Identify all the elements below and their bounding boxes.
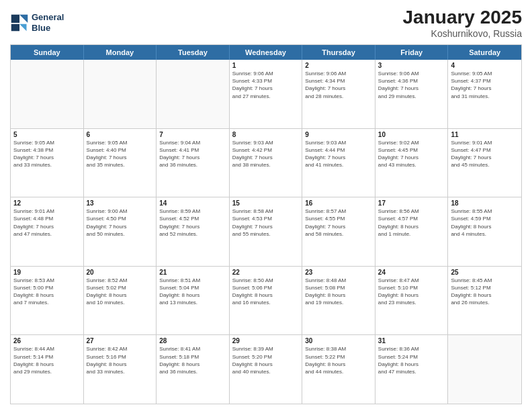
day-cell-2-5: 9Sunrise: 9:03 AM Sunset: 4:44 PM Daylig…	[302, 129, 375, 197]
day-info: Sunrise: 9:01 AM Sunset: 4:47 PM Dayligh…	[451, 139, 519, 169]
day-number: 16	[305, 199, 372, 207]
day-info: Sunrise: 8:48 AM Sunset: 5:08 PM Dayligh…	[305, 277, 372, 307]
day-cell-1-4: 1Sunrise: 9:06 AM Sunset: 4:33 PM Daylig…	[230, 60, 303, 128]
logo-icon	[10, 13, 29, 32]
week-row-3: 12Sunrise: 9:01 AM Sunset: 4:48 PM Dayli…	[11, 197, 521, 267]
calendar-body: 1Sunrise: 9:06 AM Sunset: 4:33 PM Daylig…	[11, 60, 521, 404]
day-cell-2-3: 7Sunrise: 9:04 AM Sunset: 4:41 PM Daylig…	[157, 129, 230, 197]
day-info: Sunrise: 9:04 AM Sunset: 4:41 PM Dayligh…	[159, 139, 226, 169]
day-cell-4-2: 20Sunrise: 8:52 AM Sunset: 5:02 PM Dayli…	[84, 267, 157, 335]
day-cell-5-1: 26Sunrise: 8:44 AM Sunset: 5:14 PM Dayli…	[11, 335, 84, 404]
calendar-subtitle: Koshurnikovo, Russia	[403, 28, 522, 39]
day-cell-1-6: 3Sunrise: 9:06 AM Sunset: 4:36 PM Daylig…	[375, 60, 449, 128]
day-number: 11	[451, 131, 519, 138]
day-header-thursday: Thursday	[302, 45, 375, 60]
logo-line2: Blue	[32, 23, 64, 34]
day-header-tuesday: Tuesday	[157, 45, 230, 60]
logo-line1: General	[32, 12, 64, 23]
day-cell-4-3: 21Sunrise: 8:51 AM Sunset: 5:04 PM Dayli…	[157, 267, 230, 335]
week-row-2: 5Sunrise: 9:05 AM Sunset: 4:38 PM Daylig…	[11, 129, 521, 198]
day-cell-3-5: 16Sunrise: 8:57 AM Sunset: 4:55 PM Dayli…	[302, 197, 375, 266]
day-cell-5-5: 30Sunrise: 8:38 AM Sunset: 5:22 PM Dayli…	[302, 335, 375, 404]
day-number: 3	[378, 62, 445, 69]
day-cell-4-7: 25Sunrise: 8:45 AM Sunset: 5:12 PM Dayli…	[448, 267, 521, 335]
day-info: Sunrise: 8:41 AM Sunset: 5:18 PM Dayligh…	[159, 345, 226, 375]
day-header-wednesday: Wednesday	[230, 45, 303, 60]
day-cell-1-2	[84, 60, 157, 128]
title-section: January 2025 Koshurnikovo, Russia	[403, 7, 522, 39]
day-cell-3-7: 18Sunrise: 8:55 AM Sunset: 4:59 PM Dayli…	[448, 197, 521, 266]
day-cell-5-2: 27Sunrise: 8:42 AM Sunset: 5:16 PM Dayli…	[84, 335, 157, 404]
day-cell-1-3	[157, 60, 230, 128]
day-number: 8	[232, 131, 300, 138]
day-header-monday: Monday	[84, 45, 157, 60]
day-number: 29	[232, 337, 300, 345]
day-number: 21	[159, 269, 226, 276]
day-cell-4-1: 19Sunrise: 8:53 AM Sunset: 5:00 PM Dayli…	[11, 267, 84, 335]
day-number: 31	[378, 337, 445, 345]
day-cell-2-2: 6Sunrise: 9:05 AM Sunset: 4:40 PM Daylig…	[84, 129, 157, 197]
day-number: 14	[159, 199, 226, 207]
day-info: Sunrise: 9:05 AM Sunset: 4:40 PM Dayligh…	[87, 139, 154, 169]
day-cell-2-1: 5Sunrise: 9:05 AM Sunset: 4:38 PM Daylig…	[11, 129, 84, 197]
day-info: Sunrise: 8:38 AM Sunset: 5:22 PM Dayligh…	[305, 345, 372, 375]
logo-text: General Blue	[32, 12, 64, 33]
day-cell-3-3: 14Sunrise: 8:59 AM Sunset: 4:52 PM Dayli…	[157, 197, 230, 266]
day-info: Sunrise: 8:52 AM Sunset: 5:02 PM Dayligh…	[87, 277, 154, 307]
day-info: Sunrise: 9:03 AM Sunset: 4:42 PM Dayligh…	[232, 139, 300, 169]
day-cell-2-4: 8Sunrise: 9:03 AM Sunset: 4:42 PM Daylig…	[230, 129, 303, 197]
day-number: 20	[87, 269, 154, 276]
calendar-title: January 2025	[403, 7, 522, 28]
day-info: Sunrise: 8:51 AM Sunset: 5:04 PM Dayligh…	[159, 277, 226, 307]
day-info: Sunrise: 8:47 AM Sunset: 5:10 PM Dayligh…	[378, 277, 445, 307]
day-info: Sunrise: 9:06 AM Sunset: 4:33 PM Dayligh…	[232, 70, 300, 100]
day-number: 4	[451, 62, 519, 69]
day-info: Sunrise: 9:05 AM Sunset: 4:38 PM Dayligh…	[13, 139, 81, 169]
day-cell-5-7	[448, 335, 521, 404]
day-cell-2-7: 11Sunrise: 9:01 AM Sunset: 4:47 PM Dayli…	[448, 129, 521, 197]
logo: General Blue	[10, 12, 64, 33]
day-cell-5-3: 28Sunrise: 8:41 AM Sunset: 5:18 PM Dayli…	[157, 335, 230, 404]
day-cell-3-6: 17Sunrise: 8:56 AM Sunset: 4:57 PM Dayli…	[375, 197, 449, 266]
day-info: Sunrise: 8:50 AM Sunset: 5:06 PM Dayligh…	[232, 277, 300, 307]
day-number: 27	[87, 337, 154, 345]
day-cell-4-6: 24Sunrise: 8:47 AM Sunset: 5:10 PM Dayli…	[375, 267, 449, 335]
day-cell-1-7: 4Sunrise: 9:05 AM Sunset: 4:37 PM Daylig…	[448, 60, 521, 128]
day-info: Sunrise: 9:01 AM Sunset: 4:48 PM Dayligh…	[13, 208, 81, 238]
day-number: 10	[378, 131, 445, 138]
day-number: 18	[451, 199, 519, 207]
day-info: Sunrise: 8:58 AM Sunset: 4:53 PM Dayligh…	[232, 208, 300, 238]
day-number: 7	[159, 131, 226, 138]
day-number: 25	[451, 269, 519, 276]
day-info: Sunrise: 9:06 AM Sunset: 4:36 PM Dayligh…	[378, 70, 445, 100]
day-number: 24	[378, 269, 445, 276]
day-cell-4-4: 22Sunrise: 8:50 AM Sunset: 5:06 PM Dayli…	[230, 267, 303, 335]
day-info: Sunrise: 9:05 AM Sunset: 4:37 PM Dayligh…	[451, 70, 519, 100]
day-cell-3-4: 15Sunrise: 8:58 AM Sunset: 4:53 PM Dayli…	[230, 197, 303, 266]
day-info: Sunrise: 9:06 AM Sunset: 4:34 PM Dayligh…	[305, 70, 372, 100]
day-number: 30	[305, 337, 372, 345]
day-cell-1-1	[11, 60, 84, 128]
day-cell-5-4: 29Sunrise: 8:39 AM Sunset: 5:20 PM Dayli…	[230, 335, 303, 404]
svg-rect-2	[11, 24, 19, 32]
day-cell-2-6: 10Sunrise: 9:02 AM Sunset: 4:45 PM Dayli…	[375, 129, 449, 197]
day-info: Sunrise: 8:42 AM Sunset: 5:16 PM Dayligh…	[87, 345, 154, 375]
day-header-saturday: Saturday	[448, 45, 521, 60]
day-number: 23	[305, 269, 372, 276]
day-cell-4-5: 23Sunrise: 8:48 AM Sunset: 5:08 PM Dayli…	[302, 267, 375, 335]
week-row-4: 19Sunrise: 8:53 AM Sunset: 5:00 PM Dayli…	[11, 267, 521, 336]
day-number: 17	[378, 199, 445, 207]
day-info: Sunrise: 9:03 AM Sunset: 4:44 PM Dayligh…	[305, 139, 372, 169]
day-number: 22	[232, 269, 300, 276]
day-info: Sunrise: 9:02 AM Sunset: 4:45 PM Dayligh…	[378, 139, 445, 169]
day-info: Sunrise: 8:53 AM Sunset: 5:00 PM Dayligh…	[13, 277, 81, 307]
day-number: 12	[13, 199, 81, 207]
day-info: Sunrise: 8:55 AM Sunset: 4:59 PM Dayligh…	[451, 208, 519, 238]
day-cell-1-5: 2Sunrise: 9:06 AM Sunset: 4:34 PM Daylig…	[302, 60, 375, 128]
day-number: 9	[305, 131, 372, 138]
day-header-sunday: Sunday	[11, 45, 84, 60]
day-info: Sunrise: 8:36 AM Sunset: 5:24 PM Dayligh…	[378, 345, 445, 375]
week-row-5: 26Sunrise: 8:44 AM Sunset: 5:14 PM Dayli…	[11, 335, 521, 404]
day-info: Sunrise: 8:57 AM Sunset: 4:55 PM Dayligh…	[305, 208, 372, 238]
day-info: Sunrise: 8:39 AM Sunset: 5:20 PM Dayligh…	[232, 345, 300, 375]
